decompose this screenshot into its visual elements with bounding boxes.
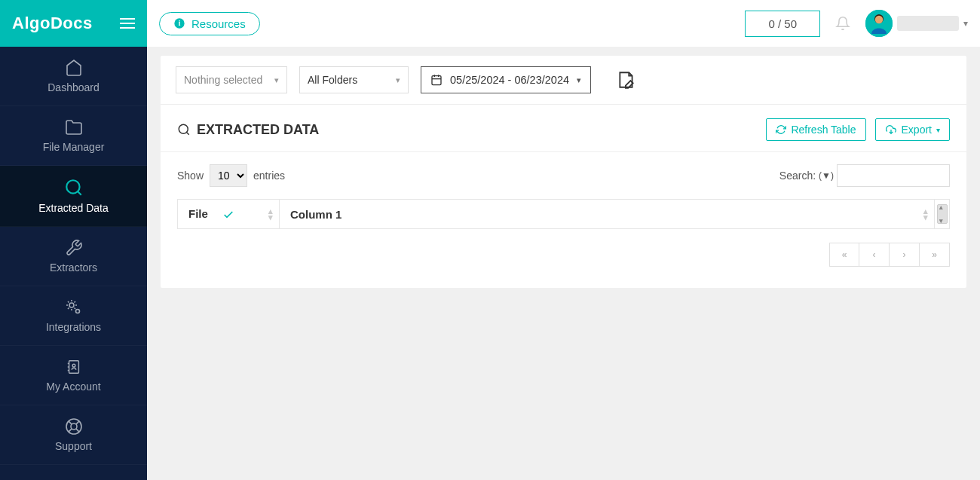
page-prev-button[interactable]: ‹	[859, 243, 890, 267]
show-label: Show	[177, 170, 204, 182]
folder-select-value: All Folders	[308, 74, 357, 86]
sidebar-item-label: Extracted Data	[38, 202, 109, 214]
svg-line-18	[75, 421, 78, 424]
search-icon	[64, 178, 84, 197]
column-header-file[interactable]: File ▴▾	[178, 200, 280, 229]
usage-counter[interactable]: 0 / 50	[745, 11, 820, 37]
username-placeholder	[897, 16, 959, 31]
sidebar-item-dashboard[interactable]: Dashboard	[0, 47, 147, 106]
cloud-download-icon	[885, 124, 897, 135]
search-input[interactable]	[837, 164, 950, 187]
date-range-picker[interactable]: 05/25/2024 - 06/23/2024 ▾	[421, 66, 591, 93]
sidebar-item-support[interactable]: Support	[0, 405, 147, 465]
svg-text:i: i	[179, 20, 181, 27]
sidebar-item-label: My Account	[46, 381, 100, 393]
bell-icon[interactable]	[835, 15, 850, 32]
sidebar-item-label: Extractors	[50, 261, 97, 274]
svg-point-24	[179, 124, 188, 133]
refresh-label: Refresh Table	[791, 124, 856, 136]
svg-line-25	[186, 132, 188, 134]
info-icon: i	[173, 17, 185, 29]
chevron-down-icon: ▾	[396, 75, 400, 85]
search-icon	[177, 123, 191, 136]
home-icon	[64, 59, 84, 77]
search-label: Search:	[779, 170, 816, 182]
resources-button[interactable]: i Resources	[159, 12, 260, 35]
svg-line-16	[68, 421, 71, 424]
calendar-icon	[430, 74, 443, 86]
export-button[interactable]: Export ▾	[875, 118, 950, 141]
column-header-column1[interactable]: Column 1 ▴▾	[280, 200, 935, 229]
sidebar-item-label: Dashboard	[47, 81, 100, 93]
svg-line-6	[78, 191, 81, 195]
entries-label: entries	[253, 170, 285, 182]
brand-logo[interactable]: AlgoDocs	[12, 14, 93, 33]
sidebar-item-label: Integrations	[46, 321, 101, 333]
contact-icon	[66, 358, 82, 376]
page-next-button[interactable]: ›	[890, 243, 920, 267]
type-select-value: Nothing selected	[184, 74, 262, 86]
check-icon	[220, 209, 237, 221]
refresh-table-button[interactable]: Refresh Table	[766, 118, 865, 141]
column-file-label: File	[188, 207, 208, 220]
pagination: « ‹ › »	[161, 229, 966, 288]
svg-point-13	[72, 364, 75, 367]
entries-select[interactable]: 10	[210, 164, 247, 187]
type-select[interactable]: Nothing selected ▾	[176, 66, 287, 93]
edit-document-icon[interactable]	[617, 70, 636, 90]
svg-point-5	[66, 180, 79, 193]
sidebar-item-extracted-data[interactable]: Extracted Data	[0, 166, 147, 227]
section-title: EXTRACTED DATA	[177, 122, 319, 138]
date-range-value: 05/25/2024 - 06/23/2024	[450, 74, 569, 86]
export-label: Export	[902, 124, 932, 136]
svg-point-8	[75, 310, 79, 313]
resources-label: Resources	[191, 17, 246, 30]
top-header: i Resources 0 / 50 ▾	[147, 0, 980, 47]
main-content: Nothing selected ▾ All Folders ▾ 05/25/2…	[147, 47, 980, 480]
user-menu[interactable]: ▾	[865, 10, 968, 37]
hamburger-menu-icon[interactable]	[120, 18, 135, 29]
folder-icon	[64, 118, 84, 136]
gears-icon	[64, 298, 84, 316]
sidebar-item-integrations[interactable]: Integrations	[0, 286, 147, 346]
chevron-down-icon: ▾	[936, 126, 940, 134]
svg-rect-20	[432, 76, 441, 85]
column1-label: Column 1	[290, 208, 341, 221]
svg-line-19	[68, 429, 71, 432]
section-title-text: EXTRACTED DATA	[197, 122, 319, 138]
filter-icon[interactable]: (▼)	[819, 170, 834, 181]
sidebar-item-extractors[interactable]: Extractors	[0, 227, 147, 286]
filters-row: Nothing selected ▾ All Folders ▾ 05/25/2…	[161, 56, 966, 105]
sort-icon: ▴▾	[923, 208, 928, 220]
page-first-button[interactable]: «	[829, 243, 859, 267]
sidebar: Dashboard File Manager Extracted Data Ex…	[0, 47, 147, 480]
page-last-button[interactable]: »	[920, 243, 950, 267]
svg-line-17	[75, 429, 78, 432]
life-ring-icon	[65, 417, 83, 436]
refresh-icon	[776, 124, 786, 135]
data-table: File ▴▾ Column 1 ▴▾	[177, 199, 950, 229]
chevron-down-icon: ▾	[274, 75, 279, 85]
sidebar-item-label: File Manager	[43, 141, 105, 153]
svg-point-7	[69, 303, 74, 307]
svg-point-4	[875, 16, 883, 23]
sidebar-item-file-manager[interactable]: File Manager	[0, 106, 147, 166]
folder-select[interactable]: All Folders ▾	[299, 66, 409, 93]
chevron-down-icon: ▾	[963, 18, 968, 29]
sidebar-item-label: Support	[55, 440, 92, 452]
avatar-icon	[865, 10, 893, 37]
horizontal-scroll-control[interactable]	[935, 200, 950, 229]
wrench-icon	[64, 239, 84, 257]
chevron-down-icon: ▾	[577, 75, 581, 85]
sidebar-item-my-account[interactable]: My Account	[0, 346, 147, 405]
svg-point-15	[71, 423, 77, 430]
sort-icon: ▴▾	[268, 208, 273, 220]
